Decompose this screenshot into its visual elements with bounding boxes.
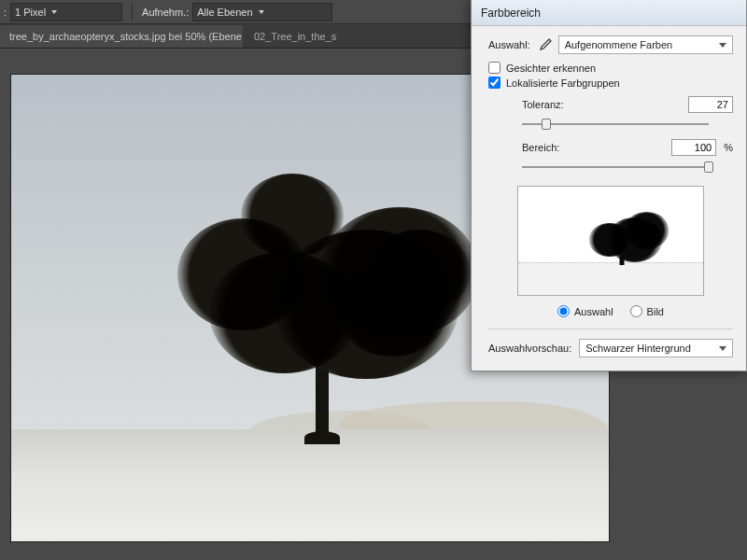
radio-label: Bild <box>647 306 664 317</box>
preview-mode-radios: Auswahl Bild <box>488 305 733 317</box>
tolerance-row: Toleranz: <box>488 96 733 113</box>
checkbox-input[interactable] <box>488 77 500 89</box>
sample-value: Alle Ebenen <box>197 7 252 18</box>
image-content <box>11 429 609 541</box>
chevron-down-icon <box>259 10 264 14</box>
select-dropdown[interactable]: Aufgenommene Farben <box>558 35 733 54</box>
document-tab[interactable]: 02_Tree_in_the_s <box>245 25 345 48</box>
range-row: Bereich: % <box>488 139 733 156</box>
range-label: Bereich: <box>522 142 574 153</box>
dialog-title-bar[interactable]: Farbbereich <box>472 0 746 26</box>
tolerance-slider[interactable] <box>522 117 709 132</box>
select-value: Aufgenommene Farben <box>565 39 673 50</box>
radio-label: Auswahl <box>574 306 613 317</box>
brush-size-select[interactable]: 1 Pixel <box>10 3 122 21</box>
color-range-dialog: Farbbereich Auswahl: Aufgenommene Farben… <box>471 0 747 371</box>
radio-input[interactable] <box>557 305 570 317</box>
tolerance-label: Toleranz: <box>522 99 574 110</box>
localized-clusters-checkbox[interactable]: Lokalisierte Farbgruppen <box>488 77 733 89</box>
range-unit: % <box>724 142 733 153</box>
checkbox-input[interactable] <box>488 62 500 74</box>
dialog-title: Farbbereich <box>481 7 541 20</box>
range-slider[interactable] <box>522 160 709 175</box>
preview-dropdown-value: Schwarzer Hintergrund <box>585 343 691 354</box>
slider-track <box>522 166 709 168</box>
tolerance-input[interactable] <box>688 96 733 113</box>
dialog-body: Auswahl: Aufgenommene Farben Gesichter e… <box>472 26 746 371</box>
document-tab-active[interactable]: tree_by_archaeopteryx_stocks.jpg bei 50%… <box>0 25 243 48</box>
eyedropper-icon <box>536 38 553 51</box>
sample-select[interactable]: Alle Ebenen <box>192 3 332 21</box>
tab-label: 02_Tree_in_the_s <box>254 31 336 42</box>
radio-image[interactable]: Bild <box>630 305 664 317</box>
chevron-down-icon <box>719 346 726 351</box>
slider-thumb[interactable] <box>704 161 713 173</box>
chevron-down-icon <box>719 43 726 48</box>
chevron-down-icon <box>51 10 57 14</box>
brush-size-value: 1 Pixel <box>15 7 46 18</box>
selection-preview <box>517 186 704 296</box>
select-label: Auswahl: <box>488 39 530 50</box>
tab-label: tree_by_archaeopteryx_stocks.jpg bei 50%… <box>9 31 243 42</box>
image-content <box>146 140 463 364</box>
separator <box>132 4 133 21</box>
detect-faces-checkbox[interactable]: Gesichter erkennen <box>488 62 733 74</box>
radio-input[interactable] <box>630 305 642 317</box>
brush-size-label: : <box>4 7 7 18</box>
slider-thumb[interactable] <box>542 119 551 130</box>
checkbox-label: Lokalisierte Farbgruppen <box>506 77 620 89</box>
sample-label: Aufnehm.: <box>142 7 189 18</box>
checkbox-label: Gesichter erkennen <box>506 63 596 74</box>
preview-dropdown-label: Auswahlvorschau: <box>488 343 571 354</box>
select-row: Auswahl: Aufgenommene Farben <box>488 35 733 54</box>
selection-preview-row: Auswahlvorschau: Schwarzer Hintergrund <box>488 329 733 357</box>
radio-selection[interactable]: Auswahl <box>557 305 613 317</box>
preview-dropdown[interactable]: Schwarzer Hintergrund <box>579 339 733 357</box>
range-input[interactable] <box>671 139 716 156</box>
